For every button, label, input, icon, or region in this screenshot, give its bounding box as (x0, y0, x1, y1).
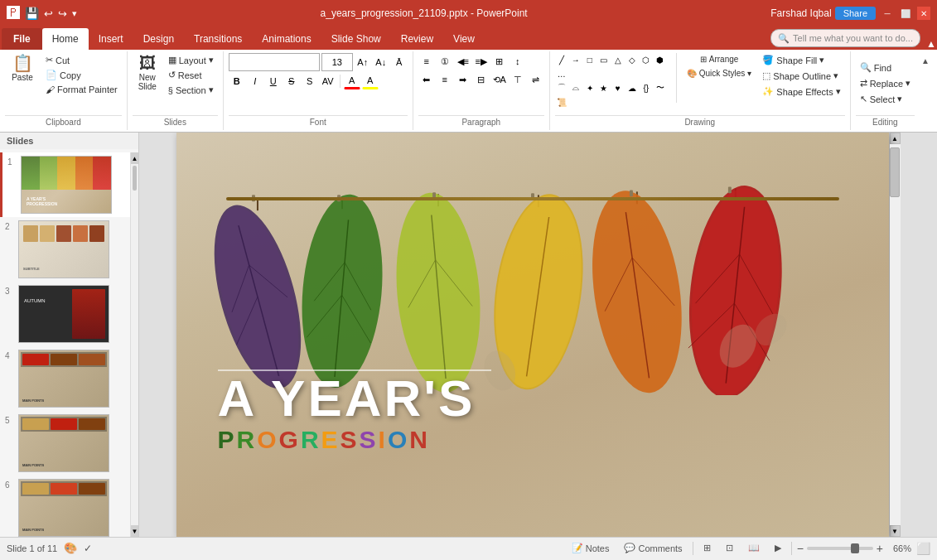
reset-button[interactable]: ↺ Reset (164, 68, 218, 82)
font-color-button[interactable]: A (344, 73, 360, 89)
text-direction-button[interactable]: ⟲A (491, 71, 508, 88)
slides-scroll-up[interactable]: ▲ (131, 152, 138, 164)
canvas-scroll-up[interactable]: ▲ (890, 133, 901, 144)
shape-brace-icon[interactable]: {} (640, 81, 653, 94)
find-button[interactable]: 🔍 Find (856, 60, 896, 75)
align-center-button[interactable]: ≡ (437, 71, 453, 88)
zoom-out-button[interactable]: − (797, 542, 804, 555)
font-size-decrease-button[interactable]: A↓ (373, 54, 389, 70)
copy-button[interactable]: 📄 Copy (41, 68, 122, 82)
notes-button[interactable]: 📝 Notes (567, 541, 615, 555)
increase-indent-button[interactable]: ≡▶ (473, 53, 490, 70)
cut-button[interactable]: ✂ Cut (41, 53, 122, 67)
shape-scroll-icon[interactable]: 📜 (555, 95, 568, 109)
shape-triangle-icon[interactable]: △ (611, 53, 625, 66)
undo-icon[interactable]: ↩ (44, 7, 53, 20)
ribbon-collapse-arrow[interactable]: ▲ (920, 55, 931, 67)
restore-button[interactable]: ⬜ (899, 7, 912, 20)
slide-item-6[interactable]: 6 MAIN POINTS (0, 476, 138, 537)
tab-slide-show[interactable]: Slide Show (321, 28, 391, 50)
underline-button[interactable]: U (265, 73, 282, 89)
canvas-scroll-thumb[interactable] (890, 147, 900, 197)
reading-view-button[interactable]: 📖 (743, 541, 765, 555)
tab-home[interactable]: Home (42, 28, 89, 50)
shape-rect-icon[interactable]: □ (583, 53, 596, 66)
slide-item-2[interactable]: 2 SUBTITLE (0, 217, 138, 282)
comments-button[interactable]: 💬 Comments (619, 541, 687, 555)
shape-outline-button[interactable]: ⬚ Shape Outline ▾ (758, 69, 844, 83)
shape-star5-icon[interactable]: ★ (597, 81, 611, 94)
strikethrough-button[interactable]: S (283, 73, 300, 89)
slides-scroll-thumb[interactable] (133, 166, 137, 191)
shape-star4-icon[interactable]: ✦ (583, 81, 596, 94)
bold-button[interactable]: B (229, 73, 245, 89)
layout-button[interactable]: ▦ Layout ▾ (164, 53, 218, 67)
slide-item-4[interactable]: 4 MAIN POINTS (0, 346, 138, 411)
italic-button[interactable]: I (247, 73, 263, 89)
tab-review[interactable]: Review (391, 28, 443, 50)
presenter-view-button[interactable]: ▶ (770, 541, 786, 555)
shape-arrow-icon[interactable]: → (569, 53, 582, 66)
shape-cylinder-icon[interactable]: ⬡ (640, 53, 653, 66)
shape-curve-icon[interactable]: ⌒ (555, 81, 568, 94)
slide-item-5[interactable]: 5 MAIN POINTS (0, 411, 138, 476)
text-highlight-button[interactable]: A (362, 73, 379, 89)
char-spacing-button[interactable]: AV (320, 73, 336, 89)
align-left-button[interactable]: ⬅ (418, 71, 435, 88)
slide-canvas[interactable]: A YEAR'S P R O G R E S S I O N (176, 133, 889, 537)
shape-effects-button[interactable]: ✨ Shape Effects ▾ (758, 84, 844, 99)
close-button[interactable]: ✕ (917, 7, 930, 20)
arrange-button[interactable]: ⊞ Arrange (682, 53, 757, 65)
zoom-thumb[interactable] (851, 543, 859, 553)
shape-hexagon-icon[interactable]: ⬢ (654, 53, 667, 66)
slides-scrollbar[interactable]: ▲ ▼ (130, 152, 138, 537)
slide-item-1[interactable]: 1 A YEAR'SPROGRESSION (0, 152, 138, 217)
shape-bracket-icon[interactable]: ⌓ (569, 81, 582, 94)
redo-icon[interactable]: ↪ (58, 7, 67, 20)
font-name-input[interactable] (229, 53, 320, 71)
shape-more-icon[interactable]: … (555, 67, 568, 80)
justify-button[interactable]: ⊟ (473, 71, 490, 88)
new-slide-button[interactable]: 🖼 NewSlide (133, 53, 162, 93)
numbering-button[interactable]: ① (437, 53, 453, 70)
bullets-button[interactable]: ≡ (418, 53, 435, 70)
font-size-input[interactable]: 13 (321, 53, 353, 71)
clear-formatting-button[interactable]: Ā (391, 54, 408, 70)
slide-sorter-button[interactable]: ⊡ (721, 541, 738, 555)
select-button[interactable]: ↖ Select ▾ (856, 92, 907, 106)
text-align-v-button[interactable]: ⊤ (510, 71, 526, 88)
section-button[interactable]: § Section ▾ (164, 83, 218, 97)
smartart-button[interactable]: ⇌ (528, 71, 544, 88)
shape-cloud-icon[interactable]: ☁ (625, 81, 639, 94)
minimize-button[interactable]: ─ (881, 7, 894, 20)
ribbon-collapse-btn[interactable]: ▲ (925, 38, 937, 50)
shape-diamond-icon[interactable]: ◇ (625, 53, 639, 66)
format-painter-button[interactable]: 🖌 Format Painter (41, 83, 122, 96)
slide-item-3[interactable]: 3 AUTUMN (0, 282, 138, 346)
columns-button[interactable]: ⊞ (491, 53, 508, 70)
shape-line-icon[interactable]: ╱ (555, 53, 568, 66)
slides-scroll-down[interactable]: ▼ (131, 525, 138, 537)
shape-fill-button[interactable]: 🪣 Shape Fill ▾ (758, 53, 844, 67)
replace-button[interactable]: ⇄ Replace ▾ (856, 76, 915, 90)
fit-slide-button[interactable]: ⬜ (916, 542, 930, 555)
shape-rounded-rect-icon[interactable]: ▭ (597, 53, 611, 66)
normal-view-button[interactable]: ⊞ (698, 541, 716, 555)
line-spacing-button[interactable]: ↕ (510, 53, 526, 70)
tab-design[interactable]: Design (133, 28, 184, 50)
tab-file[interactable]: File (2, 28, 42, 50)
zoom-in-button[interactable]: + (877, 542, 883, 555)
paste-button[interactable]: 📋 Paste (5, 53, 40, 84)
shape-wave-icon[interactable]: 〜 (654, 81, 667, 94)
save-icon[interactable]: 💾 (25, 7, 39, 20)
zoom-track[interactable] (807, 547, 873, 550)
decrease-indent-button[interactable]: ◀≡ (455, 53, 471, 70)
tab-insert[interactable]: Insert (89, 28, 133, 50)
share-button[interactable]: Share (835, 7, 876, 20)
canvas-scroll-down[interactable]: ▼ (890, 525, 901, 537)
quick-styles-button[interactable]: 🎨 Quick Styles ▾ (682, 67, 757, 80)
shape-heart-icon[interactable]: ♥ (611, 81, 625, 94)
text-shadow-button[interactable]: S (302, 73, 318, 89)
tab-animations[interactable]: Animations (252, 28, 321, 50)
tab-view[interactable]: View (443, 28, 485, 50)
